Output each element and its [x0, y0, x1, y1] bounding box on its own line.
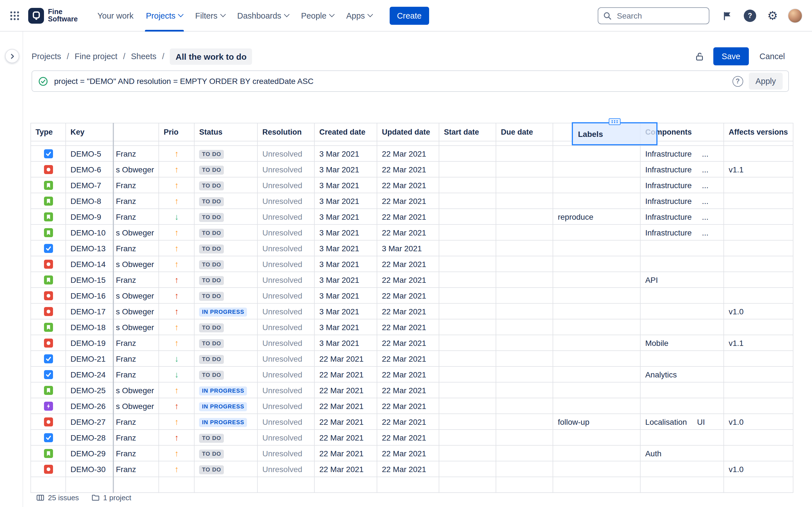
- cell-components[interactable]: [640, 351, 724, 367]
- save-button[interactable]: Save: [713, 47, 749, 65]
- cell-components[interactable]: Infrastructure...: [640, 146, 724, 161]
- cell-components[interactable]: [640, 319, 724, 335]
- cell-start-date[interactable]: [439, 240, 496, 256]
- cell-created-date[interactable]: 3 Mar 2021: [314, 146, 377, 161]
- cell-affects-versions[interactable]: [724, 193, 793, 209]
- cell-issue-type[interactable]: [31, 382, 66, 398]
- cell-start-date[interactable]: [439, 351, 496, 367]
- cell-labels[interactable]: [553, 303, 640, 319]
- cell-issue-key[interactable]: DEMO-26: [66, 398, 113, 414]
- cell-labels[interactable]: [553, 382, 640, 398]
- cell-updated-date[interactable]: 22 Mar 2021: [377, 288, 439, 303]
- cell-priority[interactable]: ↑: [159, 272, 194, 288]
- cell-labels[interactable]: [553, 430, 640, 445]
- cell-resolution[interactable]: Unresolved: [257, 240, 314, 256]
- cell-priority[interactable]: ↑: [159, 445, 194, 461]
- cell-issue-type[interactable]: [31, 430, 66, 445]
- cell-affects-versions[interactable]: [724, 256, 793, 272]
- column-header-key[interactable]: Key: [66, 123, 113, 141]
- issue-row-DEMO-24[interactable]: DEMO-24Franz↓TO DOUnresolved22 Mar 20212…: [31, 367, 793, 382]
- cell-start-date[interactable]: [439, 272, 496, 288]
- cell-issue-type[interactable]: [31, 461, 66, 477]
- cell-updated-date[interactable]: 22 Mar 2021: [377, 382, 439, 398]
- cell-assignee[interactable]: s Obweger: [113, 319, 159, 335]
- cell-labels[interactable]: [553, 335, 640, 351]
- issue-row-DEMO-29[interactable]: DEMO-29Franz↑TO DOUnresolved22 Mar 20212…: [31, 445, 793, 461]
- cell-components[interactable]: LocalisationUI: [640, 414, 724, 430]
- cell-assignee[interactable]: Franz: [113, 193, 159, 209]
- cell-issue-key[interactable]: DEMO-25: [66, 382, 113, 398]
- cell-affects-versions[interactable]: [724, 209, 793, 224]
- cell-affects-versions[interactable]: [724, 319, 793, 335]
- cell-issue-key[interactable]: DEMO-10: [66, 224, 113, 240]
- cell-affects-versions[interactable]: [724, 351, 793, 367]
- cell-created-date[interactable]: 3 Mar 2021: [314, 161, 377, 177]
- column-drag-handle-icon[interactable]: [463, 123, 472, 123]
- issue-row-DEMO-13[interactable]: DEMO-13Franz↑TO DOUnresolved3 Mar 20213 …: [31, 240, 793, 256]
- cell-start-date[interactable]: [439, 209, 496, 224]
- cell-updated-date[interactable]: 22 Mar 2021: [377, 461, 439, 477]
- cell-status[interactable]: IN PROGRESS: [194, 414, 257, 430]
- column-drag-handle-icon[interactable]: [520, 123, 529, 123]
- column-drag-handle-icon[interactable]: [403, 123, 413, 123]
- nav-apps[interactable]: Apps: [340, 0, 378, 31]
- cell-labels[interactable]: [553, 398, 640, 414]
- cell-due-date[interactable]: [496, 398, 553, 414]
- cell-status[interactable]: TO DO: [194, 430, 257, 445]
- cell-updated-date[interactable]: 22 Mar 2021: [377, 430, 439, 445]
- cell-resolution[interactable]: Unresolved: [257, 193, 314, 209]
- drag-ghost-labels-column[interactable]: Labels: [572, 122, 658, 145]
- cell-start-date[interactable]: [439, 335, 496, 351]
- cell-issue-type[interactable]: [31, 224, 66, 240]
- cell-updated-date[interactable]: 22 Mar 2021: [377, 351, 439, 367]
- cell-assignee[interactable]: s Obweger: [113, 398, 159, 414]
- cell-priority[interactable]: ↑: [159, 319, 194, 335]
- cell-issue-type[interactable]: [31, 209, 66, 224]
- cell-affects-versions[interactable]: v1.0: [724, 414, 793, 430]
- syntax-help-icon[interactable]: ?: [732, 76, 743, 87]
- cell-components[interactable]: [640, 461, 724, 477]
- cell-start-date[interactable]: [439, 177, 496, 193]
- cell-due-date[interactable]: [496, 193, 553, 209]
- cell-due-date[interactable]: [496, 319, 553, 335]
- cell-assignee[interactable]: s Obweger: [113, 288, 159, 303]
- cell-priority[interactable]: ↑: [159, 193, 194, 209]
- cell-priority[interactable]: ↑: [159, 382, 194, 398]
- cell-issue-type[interactable]: [31, 256, 66, 272]
- cell-labels[interactable]: [553, 256, 640, 272]
- cell-assignee[interactable]: Franz: [113, 209, 159, 224]
- cell-due-date[interactable]: [496, 146, 553, 161]
- issue-row-DEMO-9[interactable]: DEMO-9Franz↓TO DOUnresolved3 Mar 202122 …: [31, 209, 793, 224]
- cell-components[interactable]: [640, 256, 724, 272]
- cell-status[interactable]: TO DO: [194, 445, 257, 461]
- cell-components[interactable]: [640, 240, 724, 256]
- cell-priority[interactable]: ↓: [159, 209, 194, 224]
- cell-start-date[interactable]: [439, 303, 496, 319]
- cell-created-date[interactable]: 22 Mar 2021: [314, 367, 377, 382]
- cell-affects-versions[interactable]: v1.1: [724, 161, 793, 177]
- cell-created-date[interactable]: 3 Mar 2021: [314, 256, 377, 272]
- cell-resolution[interactable]: Unresolved: [257, 382, 314, 398]
- cell-issue-key[interactable]: DEMO-15: [66, 272, 113, 288]
- cell-affects-versions[interactable]: [724, 382, 793, 398]
- cell-due-date[interactable]: [496, 303, 553, 319]
- profile-button[interactable]: [786, 6, 804, 24]
- cell-created-date[interactable]: 3 Mar 2021: [314, 303, 377, 319]
- cell-due-date[interactable]: [496, 445, 553, 461]
- cell-assignee[interactable]: s Obweger: [113, 382, 159, 398]
- cell-due-date[interactable]: [496, 240, 553, 256]
- cell-updated-date[interactable]: 22 Mar 2021: [377, 146, 439, 161]
- cell-priority[interactable]: ↑: [159, 398, 194, 414]
- cell-issue-key[interactable]: DEMO-18: [66, 319, 113, 335]
- cell-components[interactable]: Infrastructure...: [640, 177, 724, 193]
- cell-due-date[interactable]: [496, 351, 553, 367]
- cell-updated-date[interactable]: 22 Mar 2021: [377, 303, 439, 319]
- cell-issue-type[interactable]: [31, 161, 66, 177]
- cell-start-date[interactable]: [439, 146, 496, 161]
- issue-row-DEMO-18[interactable]: DEMO-18s Obweger↑TO DOUnresolved3 Mar 20…: [31, 319, 793, 335]
- cell-resolution[interactable]: Unresolved: [257, 288, 314, 303]
- cell-issue-type[interactable]: [31, 240, 66, 256]
- cell-due-date[interactable]: [496, 430, 553, 445]
- issue-row-DEMO-10[interactable]: DEMO-10s Obweger↑TO DOUnresolved3 Mar 20…: [31, 224, 793, 240]
- cell-labels[interactable]: [553, 288, 640, 303]
